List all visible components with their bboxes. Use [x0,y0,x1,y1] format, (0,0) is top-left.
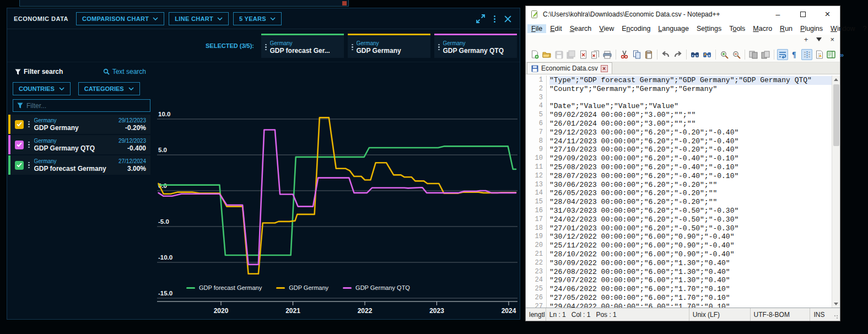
menu-edit[interactable]: Edit [546,24,566,33]
new-file-icon[interactable] [529,49,540,60]
tab-add-icon[interactable]: + [804,36,808,43]
toolbar-separator [686,50,687,60]
legend-label: GDP Germany [289,284,328,291]
comparison-chart-dropdown[interactable]: COMPARISON CHART [76,12,164,25]
legend-item-1[interactable]: GDP forecast Germany [186,284,262,291]
menu-encoding[interactable]: Encoding [618,24,654,33]
series-list-item-1[interactable]: GermanyGDP Germany29/12/2023-0.20% [8,115,150,134]
selected-card-1[interactable]: GermanyGDP forecast Ger... [261,34,344,58]
undo-icon[interactable] [660,49,671,60]
cut-icon[interactable] [619,49,630,60]
panel-menu-kebab-icon[interactable] [494,15,495,23]
editor-text: "Type";"GDP forecast Germany";"GDP Germa… [547,76,832,308]
legend-item-2[interactable]: GDP Germany [276,284,328,291]
show-symbols-icon[interactable]: ¶ [789,49,800,60]
menu-file[interactable]: File [527,24,546,33]
notepad-editor[interactable]: 1234567891011121314151617181920212223242… [526,76,840,308]
tab-filter-search[interactable]: Filter search [15,68,63,76]
chart-legend: GDP forecast GermanyGDP GermanyGDP Germa… [115,284,481,291]
resize-grip[interactable] [832,308,840,321]
selected-card-3[interactable]: GermanyGDP Germany QTQ [434,34,517,58]
replace-icon[interactable] [702,49,713,60]
series-checkbox[interactable] [15,161,24,170]
scroll-up-icon[interactable] [832,76,840,83]
sync-h-icon[interactable] [760,49,771,60]
x-axis-tick-label: 2021 [285,307,300,315]
menu-run[interactable]: Run [776,24,796,33]
menu-settings[interactable]: Settings [693,24,725,33]
series-checkbox[interactable] [15,120,24,129]
card-kebab-icon[interactable] [352,44,353,51]
menu-macro[interactable]: Macro [749,24,776,33]
csv-line: "29/04/2022 00:00:00";"6.00";"1.70";"0.1… [549,303,832,308]
maximize-icon[interactable] [790,6,815,23]
categories-dropdown[interactable]: CATEGORIES [78,82,140,95]
save-all-icon[interactable] [565,49,576,60]
legend-item-3[interactable]: GDP Germany QTQ [343,284,410,291]
csv-line: "29/12/2023 00:00:00";"6.20";"-0.20";"-0… [549,128,832,137]
indent-guide-icon[interactable] [801,49,812,60]
close-all-icon[interactable] [590,49,601,60]
tab-text-search[interactable]: Text search [103,68,146,76]
print-icon[interactable] [602,49,613,60]
tab-close-icon[interactable]: × [601,65,608,72]
series-kebab-icon[interactable] [28,121,30,128]
menu-language[interactable]: Language [654,24,693,33]
close-icon[interactable] [578,49,589,60]
card-kebab-icon[interactable] [438,44,440,51]
series-list-item-2[interactable]: GermanyGDP Germany QTQ29/12/2023-0.400 [8,135,150,154]
menu-view[interactable]: View [595,24,618,33]
menu-help[interactable]: ? [859,24,868,33]
sync-v-icon[interactable] [748,49,759,60]
zoom-out-icon[interactable] [731,49,742,60]
time-range-dropdown[interactable]: 5 YEARS [233,12,282,25]
menu-tools[interactable]: Tools [725,24,749,33]
legend-dash [276,287,285,289]
notepad-tabbar: Economic Data.csv × [526,62,840,74]
close-window-icon[interactable]: × [815,6,840,23]
save-icon[interactable] [553,49,564,60]
vertical-scrollbar[interactable] [832,76,840,308]
line-number: 17 [526,216,543,224]
copy-icon[interactable] [631,49,642,60]
paste-icon[interactable] [643,49,654,60]
funnel-icon [17,103,23,109]
expand-icon[interactable] [476,14,486,24]
toolbar-overflow-icon[interactable]: » [840,51,844,59]
zoom-in-icon[interactable] [719,49,730,60]
tab-list-dropdown-icon[interactable] [816,37,822,41]
minimize-icon[interactable]: – [765,6,790,23]
menu-window[interactable]: Window [827,24,859,33]
menu-plugins[interactable]: Plugins [796,24,827,33]
countries-dropdown[interactable]: COUNTRIES [13,82,71,95]
filter-input[interactable] [26,102,146,110]
selected-card-2[interactable]: GermanyGDP Germany [348,34,430,58]
status-encoding: UTF-8-BOM [751,308,811,321]
tab-close-small-icon[interactable]: × [830,36,834,43]
series-kebab-icon[interactable] [28,142,30,148]
word-wrap-icon[interactable] [777,49,788,60]
saved-file-icon [531,65,538,72]
doc-map-icon[interactable] [826,49,837,60]
selected-count-label: SELECTED (3/5): [206,42,254,49]
csv-line: "Date";"Value";"Value";"Value" [549,102,832,111]
series-checkbox[interactable] [15,141,24,149]
notepad-window: C:\Users\kohlra\Downloads\Economic Data.… [525,6,840,321]
card-kebab-icon[interactable] [265,44,267,51]
search-icon [103,68,110,75]
line-chart-dropdown[interactable]: LINE CHART [169,12,229,25]
series-list-item-3[interactable]: GermanyGDP forecast Germany27/12/20243.0… [8,155,150,175]
close-panel-icon[interactable] [504,15,512,23]
series-date-label: 27/12/2024 [118,158,146,165]
scroll-down-icon[interactable] [832,300,840,308]
scroll-thumb[interactable] [833,84,839,146]
find-icon[interactable] [689,49,700,60]
tab-economic-data-csv[interactable]: Economic Data.csv × [527,62,612,74]
app-header: ECONOMIC DATA COMPARISON CHART LINE CHAR… [7,8,520,29]
redo-icon[interactable] [672,49,683,60]
series-kebab-icon[interactable] [28,162,30,169]
open-icon[interactable] [541,49,552,60]
gdp-chart: 10.05.00.0-5.0-10.0-15.02020202120222023… [154,62,520,319]
function-list-icon[interactable] [813,49,824,60]
menu-search[interactable]: Search [566,24,596,33]
